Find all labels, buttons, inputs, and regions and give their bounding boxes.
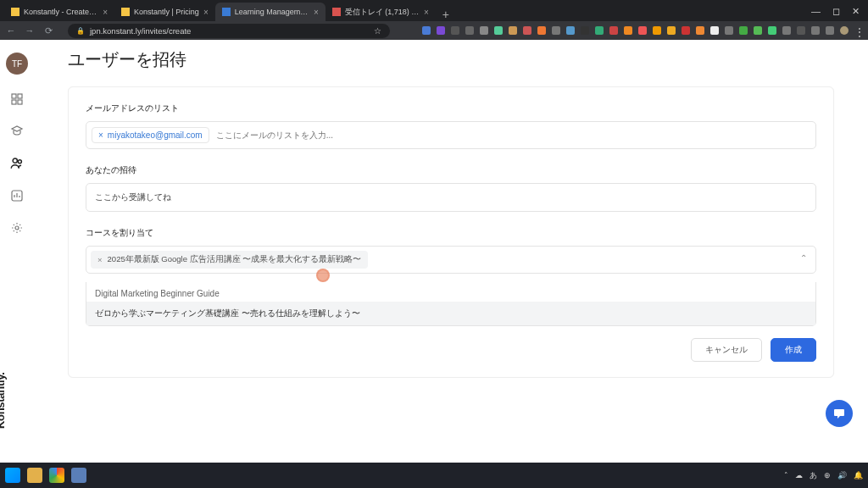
svg-rect-2 xyxy=(12,100,16,104)
favicon-icon xyxy=(121,8,130,16)
close-icon[interactable]: × xyxy=(203,8,209,17)
ext-icon[interactable] xyxy=(537,26,546,35)
ext-icon[interactable] xyxy=(595,26,604,35)
email-input[interactable] xyxy=(216,130,810,140)
ext-icon[interactable] xyxy=(710,26,719,35)
settings-icon[interactable] xyxy=(9,220,25,236)
reload-icon[interactable]: ⟳ xyxy=(42,25,54,36)
window-close[interactable]: ✕ xyxy=(852,6,860,17)
reports-icon[interactable] xyxy=(9,188,25,203)
course-option[interactable]: ゼロから学ぶマーケティング基礎講座 〜売れる仕組みを理解しよう〜 xyxy=(86,302,815,325)
ext-icon[interactable] xyxy=(826,26,834,35)
courses-icon[interactable] xyxy=(9,124,25,139)
window-controls: — ◻ ✕ xyxy=(811,3,868,17)
email-chip[interactable]: × miyakotakeo@gmail.com xyxy=(92,127,209,143)
ext-icon[interactable] xyxy=(437,26,445,35)
ext-icon[interactable] xyxy=(782,26,791,35)
ext-icon[interactable] xyxy=(494,26,503,35)
page-title: ユーザーを招待 xyxy=(68,48,834,71)
favicon-icon xyxy=(332,8,341,16)
ext-icon[interactable] xyxy=(653,26,661,35)
ext-icon[interactable] xyxy=(552,26,560,35)
start-button[interactable] xyxy=(5,468,20,483)
selected-course-text: 2025年最新版 Google 広告活用講座 〜成果を最大化する最新戦略〜 xyxy=(108,254,362,265)
menu-icon[interactable]: ⋮ xyxy=(854,26,863,35)
ext-icon[interactable] xyxy=(609,26,618,35)
ext-icon[interactable] xyxy=(739,26,748,35)
remove-chip-icon[interactable]: × xyxy=(97,255,103,264)
star-icon[interactable]: ☆ xyxy=(374,26,381,36)
avatar[interactable]: TF xyxy=(6,53,28,75)
ext-icon[interactable] xyxy=(624,26,632,35)
tray-onedrive-icon[interactable]: ☁ xyxy=(795,471,803,480)
browser-tab-active[interactable]: Learning Management System × xyxy=(215,3,326,21)
create-button[interactable]: 作成 xyxy=(771,338,816,362)
selected-course-chip[interactable]: × 2025年最新版 Google 広告活用講座 〜成果を最大化する最新戦略〜 xyxy=(91,251,368,269)
svg-point-4 xyxy=(13,158,17,163)
ext-icon[interactable] xyxy=(768,26,776,35)
help-chat-button[interactable] xyxy=(826,400,853,427)
ext-icon[interactable] xyxy=(465,26,474,35)
ext-icon[interactable] xyxy=(422,26,431,35)
back-icon[interactable]: ← xyxy=(5,25,17,36)
ext-icon[interactable] xyxy=(797,26,805,35)
profile-icon[interactable] xyxy=(840,26,849,35)
ext-icon[interactable] xyxy=(523,26,531,35)
new-tab-button[interactable]: + xyxy=(436,8,456,21)
tab-title: Konstantly - Create workplace ... xyxy=(24,8,98,16)
volume-icon[interactable]: 🔊 xyxy=(837,471,847,480)
ime-indicator[interactable]: あ xyxy=(810,470,817,481)
chevron-up-icon[interactable]: ⌃ xyxy=(800,253,807,263)
brand-logo: Konstantly. xyxy=(0,372,7,429)
form-actions: キャンセル 作成 xyxy=(86,338,816,362)
ext-icon[interactable] xyxy=(509,26,517,35)
dashboard-icon[interactable] xyxy=(9,92,25,107)
ext-icon[interactable] xyxy=(566,26,575,35)
window-maximize[interactable]: ◻ xyxy=(832,6,840,17)
close-icon[interactable]: × xyxy=(424,8,429,17)
course-select[interactable]: × 2025年最新版 Google 広告活用講座 〜成果を最大化する最新戦略〜 … xyxy=(86,246,816,274)
email-list-input[interactable]: × miyakotakeo@gmail.com xyxy=(86,121,816,149)
course-dropdown: Digital Marketing Beginner Guide ゼロから学ぶマ… xyxy=(86,282,816,326)
ext-icon[interactable] xyxy=(581,26,589,35)
svg-rect-1 xyxy=(18,94,22,98)
taskbar-explorer-icon[interactable] xyxy=(27,468,42,483)
browser-tab[interactable]: Konstantly - Create workplace ... × xyxy=(4,3,114,21)
lock-icon: 🔒 xyxy=(76,27,85,35)
close-icon[interactable]: × xyxy=(103,8,108,17)
ext-icon[interactable] xyxy=(725,26,733,35)
ext-icon[interactable] xyxy=(480,26,488,35)
favicon-icon xyxy=(11,8,19,16)
cancel-button[interactable]: キャンセル xyxy=(691,338,762,362)
network-icon[interactable]: ⊕ xyxy=(824,471,831,480)
email-chip-text: miyakotakeo@gmail.com xyxy=(108,130,203,140)
svg-rect-0 xyxy=(12,94,16,98)
invitation-message-input[interactable]: ここから受講してね xyxy=(86,183,816,212)
close-icon[interactable]: × xyxy=(314,8,319,17)
notifications-icon[interactable]: 🔔 xyxy=(854,471,863,480)
tray-chevron-icon[interactable]: ˄ xyxy=(784,471,788,480)
ext-icon[interactable] xyxy=(682,26,690,35)
ext-icon[interactable] xyxy=(811,26,820,35)
browser-tab[interactable]: Konstantly | Pricing × xyxy=(114,3,215,21)
ext-icon[interactable] xyxy=(638,26,647,35)
ext-icon[interactable] xyxy=(667,26,676,35)
taskbar-app-icon[interactable] xyxy=(71,468,86,483)
ext-icon[interactable] xyxy=(451,26,459,35)
tab-title: Konstantly | Pricing xyxy=(134,8,199,16)
ext-icon[interactable] xyxy=(696,26,704,35)
invitation-label: あなたの招待 xyxy=(86,164,816,176)
taskbar-chrome-icon[interactable] xyxy=(49,468,64,483)
tab-strip: Konstantly - Create workplace ... × Kons… xyxy=(0,0,868,21)
forward-icon[interactable]: → xyxy=(24,25,36,36)
url-input[interactable]: 🔒 jpn.konstant.ly/invites/create ☆ xyxy=(68,24,390,38)
ext-icon[interactable] xyxy=(754,26,762,35)
remove-chip-icon[interactable]: × xyxy=(98,130,103,140)
tab-title: Learning Management System xyxy=(235,8,309,16)
users-icon[interactable] xyxy=(9,156,25,171)
address-bar: ← → ⟳ 🔒 jpn.konstant.ly/invites/create ☆ xyxy=(0,21,868,40)
tab-title: 受信トレイ (1,718) - tensen1250... xyxy=(345,7,420,18)
svg-rect-3 xyxy=(18,100,22,104)
browser-tab[interactable]: 受信トレイ (1,718) - tensen1250... × xyxy=(326,3,436,21)
window-minimize[interactable]: — xyxy=(811,6,821,17)
